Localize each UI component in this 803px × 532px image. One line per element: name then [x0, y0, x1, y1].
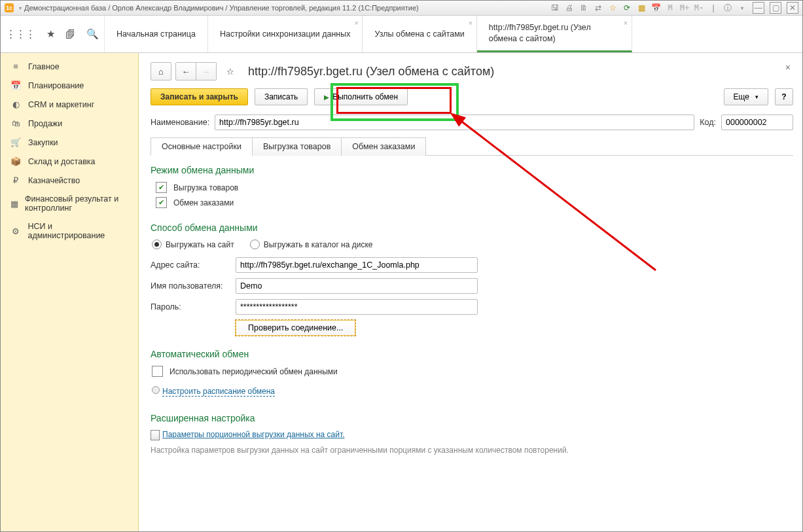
- mminus-icon[interactable]: M-: [694, 3, 704, 13]
- radio-upload-disk[interactable]: Выгружать в каталог на диске: [250, 239, 373, 249]
- page-title: http://fh7985yr.bget.ru (Узел обмена с с…: [248, 65, 494, 79]
- pass-label: Пароль:: [151, 302, 229, 311]
- sidebar-item-planning[interactable]: 📅Планирование: [1, 76, 138, 95]
- spacer-icon: |: [708, 3, 719, 13]
- sidebar-item-treasury[interactable]: ₽Казначейство: [1, 171, 138, 190]
- checkbox-periodic[interactable]: ✔: [152, 366, 163, 377]
- sidebar-label: CRM и маркетинг: [28, 100, 94, 109]
- user-label: Имя пользователя:: [151, 281, 229, 291]
- info-caret[interactable]: ▾: [737, 3, 747, 13]
- print-icon[interactable]: 🖨: [564, 3, 575, 13]
- tab-order-exchange[interactable]: Обмен заказами: [341, 137, 426, 156]
- maximize-button[interactable]: ▢: [770, 2, 781, 14]
- sidebar-label: Главное: [28, 62, 60, 71]
- tabbar-tools: ⋮⋮⋮ ★ 🗐 🔍: [1, 16, 105, 52]
- close-button[interactable]: ✕: [787, 2, 798, 14]
- mplus-icon[interactable]: M+: [679, 3, 690, 13]
- back-button[interactable]: ←: [175, 62, 196, 80]
- preview-icon[interactable]: 🗎: [579, 3, 589, 13]
- info-icon[interactable]: ⓘ: [723, 3, 733, 13]
- name-label: Наименование:: [151, 118, 209, 127]
- sidebar-label: Планирование: [28, 81, 84, 90]
- advanced-note: Настройка параметров выгрузки данных на …: [151, 446, 793, 455]
- favorites-icon[interactable]: ★: [46, 28, 55, 40]
- radio-row: Выгружать на сайт Выгружать в каталог на…: [152, 239, 793, 249]
- sidebar-label: Закупки: [28, 138, 58, 147]
- user-input[interactable]: [236, 278, 478, 294]
- sidebar-item-admin[interactable]: ⚙НСИ и администрирование: [1, 217, 138, 245]
- sidebar-item-warehouse[interactable]: 📦Склад и доставка: [1, 152, 138, 171]
- sidebar: ≡Главное 📅Планирование ◐CRM и маркетинг …: [1, 53, 139, 532]
- window-title: Демонстрационная база / Орлов Александр …: [24, 4, 419, 12]
- calendar-icon[interactable]: 📅: [651, 3, 661, 13]
- tab-label: Настройки синхронизации данных: [220, 29, 351, 39]
- tab-basic-settings[interactable]: Основные настройки: [151, 137, 253, 156]
- save-icon[interactable]: 🖫: [550, 3, 560, 13]
- more-button[interactable]: Еще▾: [724, 88, 768, 105]
- code-input[interactable]: [721, 115, 793, 130]
- section-auto-title: Автоматический обмен: [151, 349, 793, 359]
- checkbox-order-exchange[interactable]: ✔: [156, 197, 167, 208]
- bag-icon: 🛍: [10, 118, 22, 128]
- schedule-link[interactable]: Настроить расписание обмена: [162, 387, 275, 397]
- page-close-button[interactable]: ×: [785, 62, 791, 73]
- sidebar-item-main[interactable]: ≡Главное: [1, 57, 138, 76]
- addr-input[interactable]: [236, 257, 478, 273]
- sidebar-item-purchases[interactable]: 🛒Закупки: [1, 133, 138, 152]
- save-close-button[interactable]: Записать и закрыть: [151, 88, 248, 105]
- checkbox-label: Выгрузка товаров: [173, 183, 238, 192]
- forward-button[interactable]: →: [196, 62, 217, 80]
- radio-upload-site[interactable]: Выгружать на сайт: [152, 239, 234, 249]
- pass-input[interactable]: [236, 299, 478, 315]
- app-window: 1c ▾ Демонстрационная база / Орлов Алекс…: [0, 0, 803, 532]
- help-button[interactable]: ?: [775, 88, 793, 105]
- checkbox-label: Обмен заказами: [173, 198, 234, 207]
- checkbox-export-goods[interactable]: ✔: [156, 182, 167, 193]
- sidebar-item-finance[interactable]: ▦Финансовый результат и контроллинг: [1, 190, 138, 217]
- sidebar-item-sales[interactable]: 🛍Продажи: [1, 114, 138, 133]
- search-icon[interactable]: 🔍: [86, 28, 99, 40]
- gear-icon: ⚙: [10, 226, 22, 236]
- bars-icon: ▦: [10, 199, 18, 209]
- star-button[interactable]: ☆: [221, 63, 240, 80]
- tab-label: http://fh7985yr.bget.ru (Узел обмена с с…: [489, 22, 620, 44]
- clipboard-icon[interactable]: 🗐: [65, 29, 75, 40]
- sidebar-label: Казначейство: [28, 176, 80, 185]
- home-button[interactable]: ⌂: [151, 62, 171, 80]
- exchange-button[interactable]: ▶Выполнить обмен: [314, 88, 408, 105]
- schedule-icon: [152, 386, 160, 394]
- home-icon: ≡: [10, 62, 22, 71]
- m-icon[interactable]: M: [665, 3, 675, 13]
- tab-exchange-nodes[interactable]: Узлы обмена с сайтами×: [363, 16, 476, 52]
- tab-close-icon[interactable]: ×: [624, 20, 628, 27]
- sidebar-item-crm[interactable]: ◐CRM и маркетинг: [1, 95, 138, 114]
- check-connection-button[interactable]: Проверить соединение...: [236, 320, 355, 336]
- section-advanced-title: Расширенная настройка: [151, 413, 793, 423]
- star-icon[interactable]: ☆: [607, 3, 618, 13]
- caret-icon[interactable]: ▾: [19, 5, 22, 11]
- save-button[interactable]: Записать: [255, 88, 308, 105]
- tab-close-icon[interactable]: ×: [469, 20, 473, 27]
- tab-close-icon[interactable]: ×: [355, 20, 359, 27]
- minimize-button[interactable]: —: [753, 2, 764, 14]
- tab-current-node[interactable]: http://fh7985yr.bget.ru (Узел обмена с с…: [477, 16, 632, 52]
- addr-label: Адрес сайта:: [151, 260, 229, 270]
- body: ≡Главное 📅Планирование ◐CRM и маркетинг …: [1, 53, 802, 532]
- tab-label: Начальная страница: [116, 29, 196, 39]
- tab-sync-settings[interactable]: Настройки синхронизации данных×: [208, 16, 363, 52]
- section-mode-title: Режим обмена данными: [151, 165, 793, 175]
- calc-icon[interactable]: ▦: [636, 3, 647, 13]
- tab-goods-export[interactable]: Выгрузка товаров: [252, 137, 342, 156]
- name-input[interactable]: [215, 115, 694, 130]
- portion-params-link[interactable]: Параметры порционной выгрузки данных на …: [162, 430, 344, 439]
- code-label: Код:: [700, 118, 716, 127]
- tab-start[interactable]: Начальная страница: [105, 16, 208, 52]
- titlebar-icons: 🖫 🖨 🗎 ⇄ ☆ ⟳ ▦ 📅 M M+ M- | ⓘ ▾ — ▢ ✕: [550, 2, 798, 14]
- sidebar-label: Финансовый результат и контроллинг: [25, 194, 129, 213]
- toolbar: Записать и закрыть Записать ▶Выполнить о…: [151, 88, 793, 105]
- compare-icon[interactable]: ⇄: [593, 3, 603, 13]
- name-row: Наименование: Код:: [151, 115, 793, 130]
- history-icon[interactable]: ⟳: [622, 3, 632, 13]
- chevron-down-icon: ▾: [755, 94, 758, 100]
- apps-icon[interactable]: ⋮⋮⋮: [6, 28, 35, 40]
